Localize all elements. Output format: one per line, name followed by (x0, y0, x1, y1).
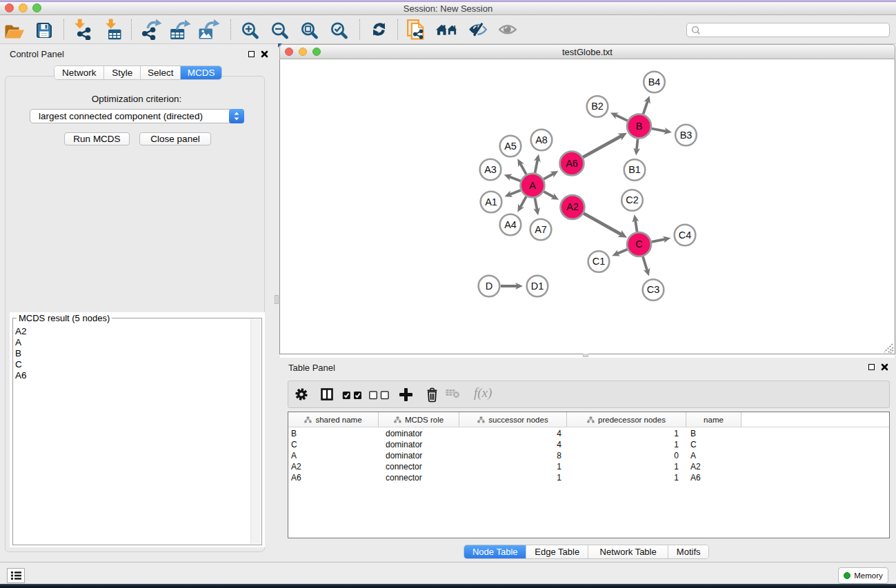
svg-text:A5: A5 (504, 141, 517, 152)
svg-text:C3: C3 (647, 284, 660, 295)
svg-text:C2: C2 (626, 194, 639, 205)
svg-text:A2: A2 (566, 201, 579, 212)
svg-text:B4: B4 (648, 77, 661, 88)
svg-text:C: C (635, 239, 642, 250)
svg-text:B2: B2 (591, 101, 604, 112)
svg-text:A6: A6 (566, 158, 578, 169)
svg-text:A3: A3 (484, 164, 497, 175)
svg-text:A: A (529, 180, 536, 191)
svg-text:B1: B1 (628, 164, 641, 175)
svg-text:A1: A1 (485, 196, 497, 207)
svg-text:D1: D1 (531, 281, 544, 292)
svg-text:C1: C1 (593, 256, 606, 267)
svg-text:A8: A8 (535, 134, 548, 145)
svg-text:D: D (486, 281, 492, 292)
svg-text:A7: A7 (535, 224, 547, 235)
svg-text:B: B (636, 121, 643, 132)
svg-text:A4: A4 (504, 219, 517, 230)
svg-text:C4: C4 (679, 230, 692, 241)
svg-text:B3: B3 (680, 130, 693, 141)
